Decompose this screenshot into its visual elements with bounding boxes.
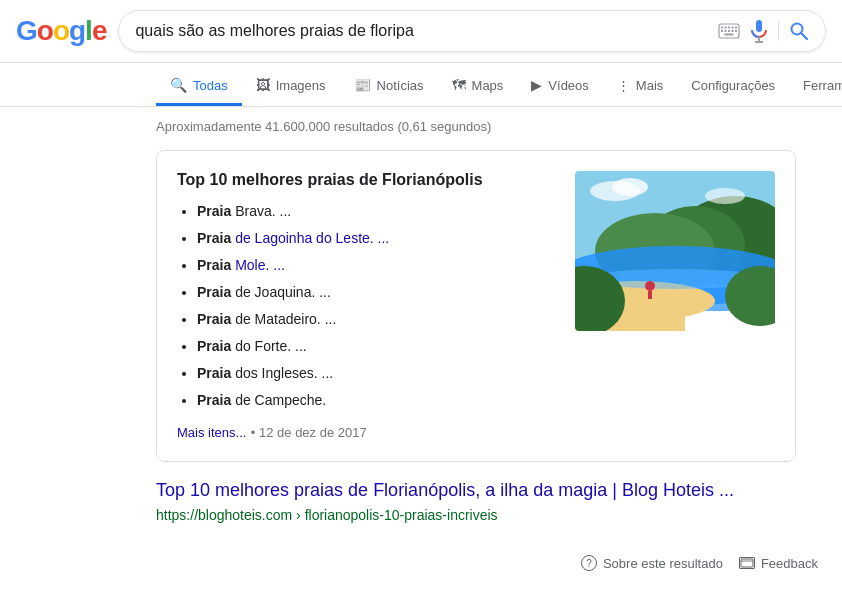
list-item: Praia do Forte. ... [197,336,559,357]
svg-rect-6 [721,30,723,32]
search-tab-icon: 🔍 [170,77,187,93]
microphone-icon[interactable] [750,19,768,43]
list-item: Praia Brava. ... [197,201,559,222]
svg-point-28 [645,281,655,291]
images-tab-icon: 🖼 [256,77,270,93]
svg-point-32 [705,188,745,204]
mais-dots-icon: ⋮ [617,78,630,93]
header: Google [0,0,842,63]
svg-rect-2 [725,27,727,29]
svg-rect-10 [735,30,737,32]
svg-rect-1 [721,27,723,29]
maps-tab-icon: 🗺 [452,77,466,93]
info-icon: ? [581,555,597,571]
search-input[interactable] [135,22,708,40]
videos-tab-icon: ▶ [531,77,542,93]
svg-rect-12 [756,20,762,32]
search-bar-icons [718,19,809,43]
news-tab-icon: 📰 [354,77,371,93]
svg-rect-4 [732,27,734,29]
svg-rect-8 [728,30,730,32]
list-item: Praia de Joaquina. ... [197,282,559,303]
svg-rect-5 [735,27,737,29]
sobre-este-resultado-button[interactable]: ? Sobre este resultado [581,555,723,571]
feedback-button[interactable]: Feedback [739,556,818,571]
svg-rect-33 [741,559,753,567]
snippet-image [575,171,775,331]
svg-rect-7 [725,30,727,32]
search-submit-icon[interactable] [789,21,809,41]
result-title-link[interactable]: Top 10 melhores praias de Florianópolis,… [156,478,796,503]
keyboard-icon[interactable] [718,23,740,39]
main-content: Top 10 melhores praias de Florianópolis … [0,150,842,523]
search-bar [118,10,826,52]
tab-ferramentas[interactable]: Ferramentas [789,68,842,106]
featured-snippet: Top 10 melhores praias de Florianópolis … [156,150,796,462]
snippet-list: Praia Brava. ... Praia de Lagoinha do Le… [177,201,559,411]
nav-tabs: 🔍 Todas 🖼 Imagens 📰 Notícias 🗺 Maps ▶ Ví… [0,63,842,107]
list-item: Praia dos Ingleses. ... [197,363,559,384]
list-item: Praia de Lagoinha do Leste. ... [197,228,559,249]
tab-imagens[interactable]: 🖼 Imagens [242,67,340,106]
svg-point-31 [612,178,648,196]
results-info: Aproximadamente 41.600.000 resultados (0… [0,107,842,142]
tab-mais[interactable]: ⋮ Mais [603,68,677,106]
tab-configuracoes[interactable]: Configurações [677,68,789,106]
list-item: Praia de Campeche. [197,390,559,411]
snippet-title: Top 10 melhores praias de Florianópolis [177,171,559,189]
svg-line-16 [801,33,807,39]
result-url: https://bloghoteis.com › florianopolis-1… [156,507,796,523]
snippet-date: • 12 de dez de 2017 [251,425,367,440]
snippet-more-link[interactable]: Mais itens... [177,425,246,440]
tab-todas[interactable]: 🔍 Todas [156,67,242,106]
tab-noticias[interactable]: 📰 Notícias [340,67,438,106]
list-item: Praia Mole. ... [197,255,559,276]
tab-videos[interactable]: ▶ Vídeos [517,67,602,106]
svg-rect-3 [728,27,730,29]
search-result: Top 10 melhores praias de Florianópolis,… [156,478,796,523]
svg-rect-11 [725,34,734,36]
tab-maps[interactable]: 🗺 Maps [438,67,518,106]
list-item: Praia de Matadeiro. ... [197,309,559,330]
feedback-icon [739,557,755,569]
divider [778,21,779,41]
footer: ? Sobre este resultado Feedback [0,543,842,583]
google-logo: Google [16,15,106,47]
svg-rect-29 [648,291,652,299]
svg-rect-9 [732,30,734,32]
snippet-text: Top 10 melhores praias de Florianópolis … [177,171,559,441]
